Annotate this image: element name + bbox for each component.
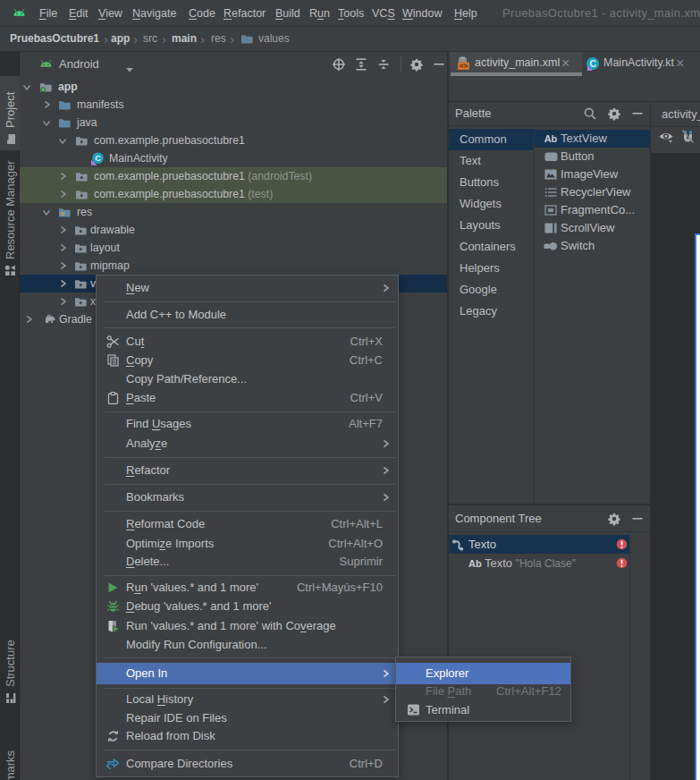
svg-text:C: C (95, 153, 101, 163)
svg-text:C: C (590, 58, 597, 69)
svg-text:<>: <> (460, 63, 468, 70)
